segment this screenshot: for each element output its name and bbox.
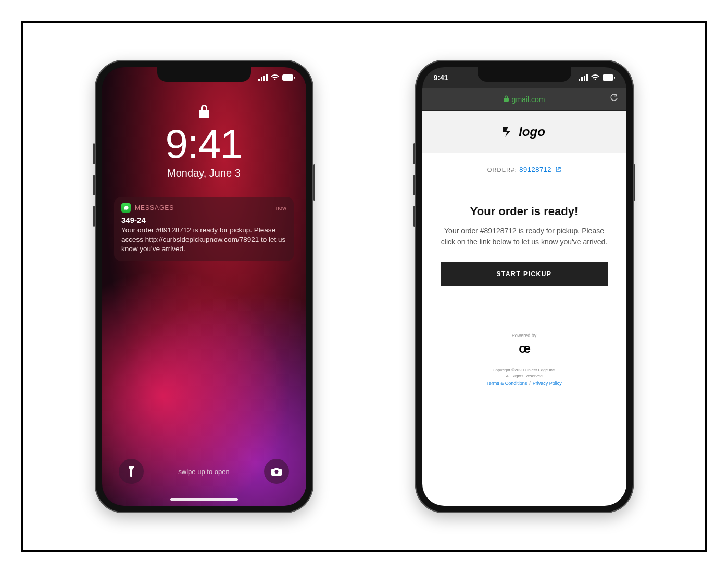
camera-button[interactable] <box>264 459 289 484</box>
brand-logo: logo <box>503 124 545 139</box>
order-number-link[interactable]: 89128712 <box>519 166 551 173</box>
svg-rect-4 <box>282 74 293 81</box>
logo-mark-icon <box>503 127 514 137</box>
wifi-icon <box>271 74 279 81</box>
email-logo-header: logo <box>422 111 626 153</box>
url-lock-icon <box>504 95 509 103</box>
legal-links: Terms & Conditions / Privacy Policy <box>486 381 562 386</box>
svg-rect-0 <box>258 79 260 81</box>
notification-card[interactable]: MESSAGES now 349-24 Your order #89128712… <box>114 197 294 261</box>
logo-text: logo <box>519 124 545 139</box>
email-body[interactable]: logo ORDER#: 89128712 Your order is read… <box>422 111 626 506</box>
battery-icon <box>282 74 295 81</box>
email-title: Your order is ready! <box>470 205 578 218</box>
lock-icon <box>198 104 210 119</box>
svg-rect-2 <box>263 76 265 81</box>
phone-lockscreen: 9:41 Monday, June 3 MESSAGES now 349-24 … <box>95 60 313 513</box>
status-icons <box>258 74 295 81</box>
copyright-line-1: Copyright ©2020 Object Edge Inc. <box>493 367 556 373</box>
order-label: ORDER#: <box>487 167 517 173</box>
svg-rect-1 <box>261 77 262 81</box>
flashlight-button[interactable] <box>119 459 144 484</box>
lockscreen-bottom-row: swipe up to open <box>102 459 306 484</box>
notification-body: Your order #89128712 is ready for pickup… <box>121 226 286 254</box>
svg-rect-11 <box>614 77 615 79</box>
lockscreen-content: 9:41 Monday, June 3 MESSAGES now 349-24 … <box>102 67 306 506</box>
camera-icon <box>271 467 282 476</box>
battery-icon <box>603 74 615 81</box>
legal-separator: / <box>529 381 531 386</box>
notification-app-label: MESSAGES <box>135 204 174 211</box>
start-pickup-button[interactable]: START PICKUP <box>441 262 608 286</box>
copyright-text: Copyright ©2020 Object Edge Inc. All Rig… <box>493 367 556 379</box>
email-body-text: Your order #89128712 is ready for pickup… <box>441 226 608 247</box>
svg-rect-9 <box>586 74 588 81</box>
email-screen: 9:41 gmail.com <box>422 67 626 506</box>
phone-notch <box>478 67 571 82</box>
url-text: gmail.com <box>512 95 545 104</box>
status-icons <box>579 74 615 81</box>
refresh-button[interactable] <box>610 94 618 105</box>
notification-sender: 349-24 <box>121 216 286 225</box>
svg-rect-6 <box>579 79 580 81</box>
oe-logo: œ <box>519 341 530 356</box>
swipe-up-label: swipe up to open <box>178 468 229 476</box>
messages-app-icon <box>121 203 131 213</box>
svg-rect-7 <box>581 77 583 81</box>
powered-by-label: Powered by <box>512 333 537 338</box>
svg-rect-10 <box>603 74 613 81</box>
lockscreen-time: 9:41 <box>166 123 243 164</box>
svg-rect-3 <box>266 74 268 81</box>
order-number-line: ORDER#: 89128712 <box>487 166 561 173</box>
status-time: 9:41 <box>434 73 448 82</box>
external-link-icon <box>556 167 561 173</box>
browser-url-bar[interactable]: gmail.com <box>422 88 626 111</box>
svg-rect-8 <box>584 76 585 81</box>
mockup-container: 9:41 Monday, June 3 MESSAGES now 349-24 … <box>21 21 707 552</box>
terms-link[interactable]: Terms & Conditions <box>486 381 527 386</box>
phone-email: 9:41 gmail.com <box>415 60 634 513</box>
copyright-line-2: All Rights Reserved <box>493 373 556 379</box>
cellular-icon <box>258 74 268 81</box>
notification-header: MESSAGES now <box>121 203 286 213</box>
svg-rect-5 <box>294 77 295 79</box>
flashlight-icon <box>127 466 136 477</box>
wifi-icon <box>591 74 599 81</box>
notification-time-label: now <box>276 205 286 211</box>
refresh-icon <box>610 94 618 102</box>
cellular-icon <box>579 74 588 81</box>
privacy-link[interactable]: Privacy Policy <box>533 381 562 386</box>
home-indicator[interactable] <box>170 498 238 501</box>
lockscreen-date: Monday, June 3 <box>167 167 241 179</box>
phone-notch <box>157 67 251 82</box>
